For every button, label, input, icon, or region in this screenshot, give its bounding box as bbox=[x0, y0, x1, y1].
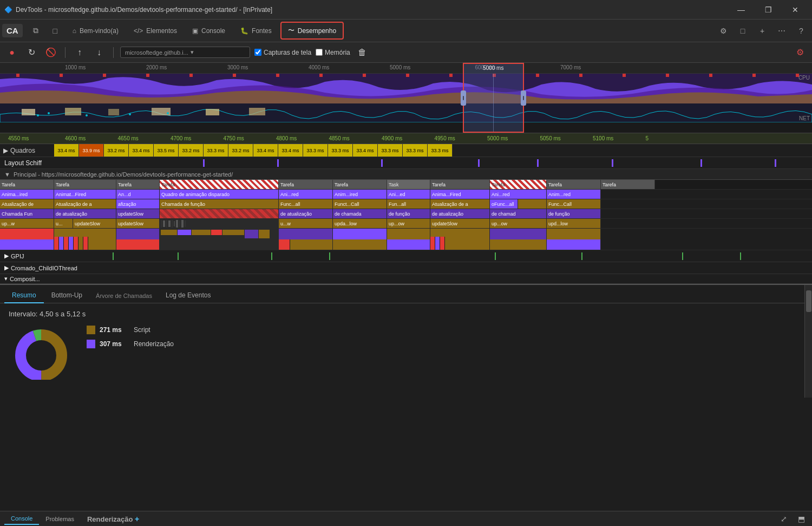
minimize-button[interactable]: — bbox=[729, 0, 754, 20]
status-icons: ⤢ ⬒ bbox=[777, 512, 808, 525]
tab-performance[interactable]: 〜 Desempenho bbox=[280, 22, 344, 40]
tab-call-tree[interactable]: Árvore de Chamadas bbox=[90, 289, 158, 303]
layout-row: Layout Schiff bbox=[0, 157, 812, 169]
screenshots-checkbox-input[interactable] bbox=[254, 49, 261, 56]
ruler-4000ms: 4000 ms bbox=[309, 64, 329, 70]
row4-0: up...w bbox=[0, 219, 54, 228]
frame-cell-3[interactable]: 33.4 ms bbox=[129, 144, 154, 157]
frame-cell-12[interactable]: 33.4 ms bbox=[353, 144, 378, 157]
new-tab-button[interactable]: + bbox=[754, 22, 771, 40]
frame-cell-15[interactable]: 33.3 ms bbox=[428, 144, 453, 157]
tab-elements[interactable]: </> Elementos bbox=[127, 24, 184, 38]
ruler-3000ms: 3000 ms bbox=[227, 64, 248, 70]
tab-summary[interactable]: Resumo bbox=[4, 288, 44, 303]
child-io-triangle[interactable]: ▶ bbox=[4, 264, 9, 271]
frame-cell-8[interactable]: 33.4 ms bbox=[253, 144, 278, 157]
maximize-button[interactable]: ❐ bbox=[756, 0, 781, 20]
more-tabs-button[interactable]: ⋯ bbox=[773, 22, 790, 40]
close-button[interactable]: ✕ bbox=[783, 0, 808, 20]
layout-mark-3 bbox=[478, 159, 480, 167]
task-2: Tarefa bbox=[116, 180, 160, 189]
net-label: NET bbox=[799, 115, 810, 121]
task-6: Task bbox=[387, 180, 430, 189]
layout-mark-2 bbox=[381, 159, 383, 167]
frames-label[interactable]: ▶ Quadros bbox=[0, 147, 54, 154]
gpu-mark-4 bbox=[495, 252, 496, 260]
detail-4600: 4600 ms bbox=[65, 135, 86, 141]
help-button[interactable]: ? bbox=[793, 22, 810, 40]
timeline-selection[interactable]: 5000 ms bbox=[463, 63, 524, 133]
ruler-5000ms: 5000 ms bbox=[390, 64, 410, 70]
anim-block-7: Anima...Fired bbox=[430, 190, 490, 199]
gpu-triangle[interactable]: ▶ bbox=[4, 252, 9, 259]
screenshots-checkbox[interactable]: Capturas de tela bbox=[254, 49, 311, 56]
tab-list-icon[interactable]: □ bbox=[734, 22, 751, 40]
tab-square-icon[interactable]: □ bbox=[47, 22, 64, 40]
row4-7: updateSlow bbox=[430, 219, 490, 228]
selection-left-handle[interactable] bbox=[461, 90, 466, 106]
frame-cell-0[interactable]: 33.4 ms bbox=[54, 144, 79, 157]
tab-bottom-up[interactable]: Bottom-Up bbox=[44, 288, 90, 303]
import-button[interactable]: ↑ bbox=[72, 45, 87, 60]
detail-blocks-row bbox=[0, 229, 812, 250]
gpu-mark-2 bbox=[271, 252, 272, 260]
home-icon: ⌂ bbox=[73, 27, 76, 35]
scrollbar-thumb[interactable] bbox=[806, 290, 811, 312]
frame-cell-6[interactable]: 33.3 ms bbox=[204, 144, 228, 157]
principal-label: Principal - https://microsoftedge.github… bbox=[14, 171, 233, 178]
status-problems[interactable]: Problemas bbox=[39, 514, 81, 524]
frame-cell-2[interactable]: 33.2 ms bbox=[104, 144, 129, 157]
undock-icon-button[interactable]: ⬒ bbox=[795, 512, 808, 525]
selection-center-line bbox=[493, 74, 494, 132]
bottom-content: Intervalo: 4,50 s a 5,12 s bbox=[0, 303, 812, 386]
export-button[interactable]: ↓ bbox=[91, 45, 107, 60]
frame-cell-1[interactable]: 33.9 ms bbox=[79, 144, 104, 157]
status-console[interactable]: Console bbox=[4, 513, 39, 525]
delete-recording-button[interactable]: 🗑 bbox=[355, 45, 370, 60]
row2-9: Func...Call bbox=[547, 199, 601, 209]
row4-4: u...w bbox=[279, 219, 333, 228]
tab-event-log[interactable]: Log de Eventos bbox=[158, 288, 218, 303]
legend-rendering-label: Renderização bbox=[134, 340, 174, 348]
frame-cell-14[interactable]: 33.3 ms bbox=[403, 144, 428, 157]
anim-block-4: Ani...red bbox=[279, 190, 333, 199]
frame-cell-7[interactable]: 33.2 ms bbox=[228, 144, 253, 157]
anim-block-8: Ani...red bbox=[490, 190, 547, 199]
memory-checkbox-input[interactable] bbox=[316, 49, 323, 56]
clear-button[interactable]: 🚫 bbox=[43, 45, 58, 60]
principal-triangle[interactable]: ▼ bbox=[4, 171, 10, 178]
title-bar: 🔷 DevTools - microsoftedge.github.io/Dem… bbox=[0, 0, 812, 20]
detail-4900: 4900 ms bbox=[382, 135, 402, 141]
perf-settings-button[interactable]: ⚙ bbox=[793, 45, 808, 60]
tab-console[interactable]: ▣ Console bbox=[186, 24, 232, 38]
legend-rendering: 307 ms Renderização bbox=[87, 340, 174, 348]
legend-script: 271 ms Script bbox=[87, 326, 174, 334]
row2-6: Fun...all bbox=[387, 199, 430, 209]
memory-checkbox[interactable]: Memória bbox=[316, 49, 350, 56]
frame-cell-10[interactable]: 33.3 ms bbox=[303, 144, 328, 157]
url-dropdown-icon[interactable]: ▾ bbox=[191, 49, 194, 56]
frame-cell-5[interactable]: 33.2 ms bbox=[179, 144, 204, 157]
frame-cell-11[interactable]: 33.3 ms bbox=[328, 144, 353, 157]
bottom-panel: Resumo Bottom-Up Árvore de Chamadas Log … bbox=[0, 284, 812, 398]
frame-cell-4[interactable]: 33.5 ms bbox=[154, 144, 179, 157]
refresh-record-button[interactable]: ↻ bbox=[24, 45, 39, 60]
svg-point-8 bbox=[37, 114, 39, 116]
svg-rect-3 bbox=[65, 108, 81, 115]
ruler-7000ms: 7000 ms bbox=[560, 64, 581, 70]
frame-cell-9[interactable]: 33.4 ms bbox=[278, 144, 303, 157]
anim-block-0: Anima...ired bbox=[0, 190, 54, 199]
panel-scrollbar[interactable] bbox=[804, 285, 812, 398]
dock-icon-button[interactable]: ⤢ bbox=[777, 512, 790, 525]
compositor-triangle[interactable]: ▾ bbox=[4, 275, 8, 282]
selection-right-handle[interactable] bbox=[521, 90, 526, 106]
tab-home[interactable]: ⌂ Bem-vindo(a) bbox=[66, 24, 125, 38]
tab-sources[interactable]: 🐛 Fontes bbox=[234, 24, 278, 38]
gpu-mark-7 bbox=[740, 252, 741, 260]
record-button[interactable]: ● bbox=[4, 45, 19, 60]
settings-icon-btn[interactable]: ⚙ bbox=[715, 22, 732, 40]
status-rendering[interactable]: Renderização + bbox=[81, 512, 146, 525]
tab-capture-icon[interactable]: ⧉ bbox=[27, 22, 44, 40]
frames-triangle: ▶ bbox=[3, 147, 8, 154]
frame-cell-13[interactable]: 33.3 ms bbox=[378, 144, 403, 157]
